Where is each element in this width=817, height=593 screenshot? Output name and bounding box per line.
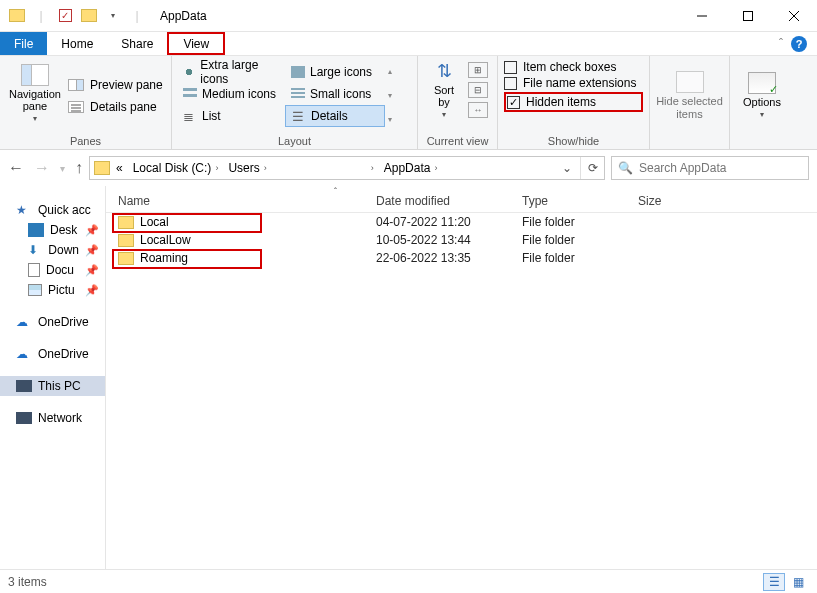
sidebar-downloads[interactable]: ⬇Down📌 — [0, 240, 105, 260]
back-button[interactable]: ← — [8, 159, 24, 177]
layout-small[interactable]: Small icons — [285, 83, 385, 105]
details-pane-button[interactable]: Details pane — [68, 100, 164, 114]
layout-label: Details — [311, 109, 348, 123]
file-list-area: Nameˆ Date modified Type Size Local04-07… — [106, 186, 817, 569]
sort-by-button[interactable]: ⇅ Sort by ▾ — [424, 60, 464, 119]
main-area: ★Quick acc Desk📌 ⬇Down📌 Docu📌 Pictu📌 ☁On… — [0, 186, 817, 569]
folder-icon — [6, 5, 28, 27]
svg-rect-1 — [744, 11, 753, 20]
pin-icon: 📌 — [85, 284, 99, 297]
close-button[interactable] — [771, 1, 817, 31]
view-details-button[interactable]: ☰ — [763, 573, 785, 591]
tab-view[interactable]: View — [167, 32, 225, 55]
chevron-right-icon[interactable]: › — [215, 163, 218, 173]
file-date: 22-06-2022 13:35 — [364, 251, 510, 265]
help-icon[interactable]: ? — [791, 36, 807, 52]
file-row[interactable]: Local04-07-2022 11:20File folder — [106, 213, 817, 231]
chevron-right-icon[interactable]: › — [371, 163, 374, 173]
group-by-button[interactable]: ⊞ — [468, 62, 488, 78]
column-header-size[interactable]: Size — [626, 194, 817, 208]
file-row[interactable]: Roaming22-06-2022 13:35File folder — [106, 249, 817, 267]
sidebar-documents[interactable]: Docu📌 — [0, 260, 105, 280]
view-large-icons-button[interactable]: ▦ — [787, 573, 809, 591]
extra-large-icon — [183, 66, 195, 78]
group-options: Options ▾ — [730, 56, 794, 149]
up-button[interactable]: ↑ — [75, 159, 83, 177]
chevron-right-icon[interactable]: › — [434, 163, 437, 173]
layout-medium[interactable]: Medium icons — [177, 83, 285, 105]
sidebar-onedrive[interactable]: ☁OneDrive — [0, 344, 105, 364]
qat-divider: | — [30, 5, 52, 27]
refresh-button[interactable]: ⟳ — [580, 157, 604, 179]
maximize-button[interactable] — [725, 1, 771, 31]
file-date: 10-05-2022 13:44 — [364, 233, 510, 247]
layout-large[interactable]: Large icons — [285, 61, 385, 83]
breadcrumb-item[interactable]: Local Disk (C:)› — [129, 161, 223, 175]
hidden-items-toggle[interactable]: Hidden items — [507, 95, 596, 109]
large-icon — [291, 66, 305, 78]
tab-home[interactable]: Home — [47, 32, 107, 55]
minimize-button[interactable] — [679, 1, 725, 31]
layout-details[interactable]: Details — [285, 105, 385, 127]
layout-scroll[interactable]: ▴▾▾ — [386, 60, 394, 131]
column-header-date[interactable]: Date modified — [364, 194, 510, 208]
navigation-pane-label: Navigation pane — [9, 88, 61, 112]
sidebar-onedrive[interactable]: ☁OneDrive — [0, 312, 105, 332]
qat-dropdown-icon[interactable]: ▾ — [102, 5, 124, 27]
tab-share[interactable]: Share — [107, 32, 167, 55]
breadcrumb-overflow[interactable]: « — [112, 161, 127, 175]
breadcrumb-item[interactable]: AppData› — [380, 161, 442, 175]
address-dropdown-icon[interactable]: ⌄ — [556, 161, 578, 175]
sidebar-quick-access[interactable]: ★Quick acc — [0, 200, 105, 220]
desktop-icon — [28, 223, 44, 237]
column-header-name[interactable]: Nameˆ — [106, 194, 364, 208]
folder-icon — [118, 252, 134, 265]
recent-locations-button[interactable]: ▾ — [60, 163, 65, 174]
window-controls — [679, 1, 817, 31]
preview-pane-button[interactable]: Preview pane — [68, 78, 164, 92]
sidebar-pictures[interactable]: Pictu📌 — [0, 280, 105, 300]
sort-by-label: Sort by — [434, 84, 454, 108]
search-input[interactable]: 🔍 Search AppData — [611, 156, 809, 180]
sidebar-this-pc[interactable]: This PC — [0, 376, 105, 396]
group-show-hide: Item check boxes File name extensions Hi… — [498, 56, 650, 149]
options-icon — [748, 72, 776, 94]
qat-properties-icon[interactable]: ✓ — [54, 5, 76, 27]
item-check-boxes-toggle[interactable]: Item check boxes — [504, 60, 643, 74]
breadcrumb-item[interactable]: Users› — [224, 161, 270, 175]
details-icon — [292, 110, 306, 122]
navigation-pane-button[interactable]: Navigation pane ▾ — [6, 60, 64, 131]
forward-button[interactable]: → — [34, 159, 50, 177]
file-row[interactable]: LocalLow10-05-2022 13:44File folder — [106, 231, 817, 249]
folder-icon — [118, 234, 134, 247]
download-icon: ⬇ — [28, 243, 42, 257]
size-columns-button[interactable]: ↔ — [468, 102, 488, 118]
sidebar-network[interactable]: Network — [0, 408, 105, 428]
layout-label: Extra large icons — [200, 58, 279, 86]
file-name-extensions-toggle[interactable]: File name extensions — [504, 76, 643, 90]
breadcrumb-item[interactable]: › — [273, 163, 378, 173]
checkbox-checked-icon — [507, 96, 520, 109]
address-bar[interactable]: « Local Disk (C:)› Users› › AppData› ⌄ ⟳ — [89, 156, 605, 180]
column-header-type[interactable]: Type — [510, 194, 626, 208]
quick-access-toolbar: | ✓ ▾ | — [0, 5, 148, 27]
layout-list[interactable]: List — [177, 105, 285, 127]
chevron-right-icon[interactable]: › — [264, 163, 267, 173]
tab-file[interactable]: File — [0, 32, 47, 55]
navigation-sidebar[interactable]: ★Quick acc Desk📌 ⬇Down📌 Docu📌 Pictu📌 ☁On… — [0, 186, 106, 569]
layout-extra-large[interactable]: Extra large icons — [177, 61, 285, 83]
title-bar: | ✓ ▾ | AppData — [0, 0, 817, 32]
sidebar-desktop[interactable]: Desk📌 — [0, 220, 105, 240]
group-hide-selected: Hide selected items — [650, 56, 730, 149]
add-columns-button[interactable]: ⊟ — [468, 82, 488, 98]
checkbox-label: File name extensions — [523, 76, 636, 90]
small-icon — [291, 88, 305, 100]
options-button[interactable]: Options ▾ — [736, 72, 788, 119]
sort-asc-icon: ˆ — [334, 186, 337, 196]
document-icon — [28, 263, 40, 277]
cloud-icon: ☁ — [16, 315, 32, 329]
file-type: File folder — [510, 233, 626, 247]
minimize-ribbon-icon[interactable]: ˆ — [779, 37, 783, 51]
column-headers[interactable]: Nameˆ Date modified Type Size — [106, 186, 817, 213]
ribbon-view: Navigation pane ▾ Preview pane Details p… — [0, 56, 817, 150]
